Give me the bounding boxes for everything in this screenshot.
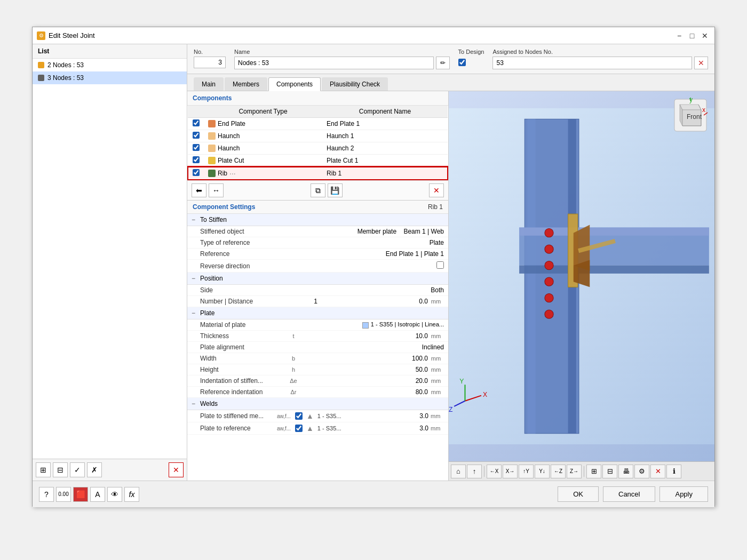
plate-align-row: Plate alignment Inclined: [187, 342, 448, 353]
tab-members[interactable]: Members: [225, 77, 267, 91]
width-unit2: mm: [428, 355, 444, 362]
thickness-row: Thickness t 10.0 mm: [187, 331, 448, 342]
view-button[interactable]: 👁: [107, 487, 122, 502]
comp-checkbox[interactable]: [193, 156, 200, 163]
text-button[interactable]: A: [90, 487, 105, 502]
vp-rotate-xr-button[interactable]: X→: [503, 465, 518, 478]
comp-type-label: Haunch: [218, 132, 240, 140]
settings-panel: Components Component Type Component Name: [187, 91, 449, 481]
comp-copy-button[interactable]: ⧉: [311, 183, 325, 197]
apply-button[interactable]: Apply: [659, 486, 708, 502]
welds-header[interactable]: − Welds: [187, 398, 448, 410]
comp-delete-button[interactable]: ✕: [429, 183, 444, 197]
vp-rotate-x-button[interactable]: ←X: [487, 465, 502, 478]
help-button[interactable]: ?: [39, 487, 54, 502]
assigned-input[interactable]: [492, 57, 692, 69]
weld-check-2[interactable]: [295, 425, 303, 432]
to-stiffen-header[interactable]: − To Stiffen: [187, 214, 448, 226]
list-item[interactable]: 2 Nodes : 53: [33, 59, 187, 71]
vp-rotate-zr-button[interactable]: Z→: [567, 465, 582, 478]
vp-rotate-y-button[interactable]: ↑Y: [519, 465, 534, 478]
comp-checkbox[interactable]: [193, 119, 200, 126]
tab-main[interactable]: Main: [194, 77, 224, 91]
comp-type-label: End Plate: [218, 120, 245, 127]
no-input[interactable]: [194, 57, 226, 68]
assigned-clear-button[interactable]: ✕: [694, 57, 708, 69]
comp-checkbox[interactable]: [193, 144, 200, 151]
height-unit2: mm: [428, 366, 444, 373]
plate-header[interactable]: − Plate: [187, 307, 448, 319]
vp-print-button[interactable]: 🖶: [618, 465, 633, 478]
viewport-toolbar: ⌂ ↑ ←X X→ ↑Y Y↓ ←Z Z→ ⊞ ⊟ 🖶: [449, 461, 714, 481]
vp-settings-button[interactable]: ⚙: [634, 465, 649, 478]
side-label: Side: [200, 286, 285, 294]
ref-indent-unit2: mm: [428, 389, 444, 395]
tab-plausibility[interactable]: Plausibility Check: [322, 77, 388, 91]
component-row[interactable]: End Plate End Plate 1: [188, 118, 448, 130]
cube-navigator[interactable]: Front x y: [672, 97, 709, 134]
component-row[interactable]: Plate Cut Plate Cut 1: [188, 155, 448, 167]
decimal-button[interactable]: 0.00: [56, 487, 71, 502]
comp-checkbox[interactable]: [193, 132, 200, 139]
title-buttons: − □ ✕: [674, 30, 710, 41]
ref-indent-row: Reference indentation Δr 80.0 mm: [187, 387, 448, 398]
vp-cross-button[interactable]: ✕: [650, 465, 665, 478]
vp-rotate-z-button[interactable]: ←Z: [551, 465, 566, 478]
component-row-selected[interactable]: Rib ··· Rib 1: [188, 167, 448, 180]
material-value: 1 - S355 | Isotropic | Linea...: [301, 321, 444, 328]
close-button[interactable]: ✕: [700, 30, 710, 41]
cancel-button[interactable]: Cancel: [603, 486, 655, 502]
weld-sub-2: aw,f...: [277, 426, 293, 431]
color-button[interactable]: 🟥: [73, 487, 88, 502]
weld-unit-2: mm: [431, 425, 444, 431]
vp-copy-button[interactable]: ⊞: [586, 465, 601, 478]
add-button[interactable]: ⊞: [36, 462, 51, 477]
vp-layers-button[interactable]: ⊟: [602, 465, 617, 478]
weld-check-1[interactable]: [295, 412, 303, 420]
tab-components[interactable]: Components: [268, 77, 321, 91]
uncheck-button[interactable]: ✗: [87, 462, 102, 477]
comp-move-up-button[interactable]: ⬅: [192, 183, 206, 197]
svg-marker-26: [680, 105, 701, 110]
weld-label-2: Plate to reference: [200, 425, 275, 432]
weld-row-2: Plate to reference aw,f... ▲ 1 - S35... …: [187, 422, 448, 435]
maximize-button[interactable]: □: [687, 30, 697, 41]
weld-triangle-icon-1: ▲: [306, 412, 314, 420]
component-row[interactable]: Haunch Haunch 2: [188, 142, 448, 155]
component-row[interactable]: Haunch Haunch 1: [188, 130, 448, 142]
copy-button[interactable]: ⊟: [53, 462, 68, 477]
minimize-button[interactable]: −: [674, 30, 685, 41]
list-items: 2 Nodes : 53 3 Nodes : 53: [33, 59, 187, 459]
title-bar-left: ⚙ Edit Steel Joint: [37, 31, 95, 40]
formula-button[interactable]: fx: [124, 487, 139, 502]
position-header[interactable]: − Position: [187, 273, 448, 285]
weld-label-1: Plate to stiffened me...: [200, 412, 275, 420]
list-item-label: 2 Nodes : 53: [47, 61, 84, 69]
components-scroll[interactable]: Component Type Component Name: [187, 106, 448, 180]
cs-title: Component Settings: [193, 203, 255, 211]
height-unit: h: [285, 366, 301, 373]
to-design-checkbox[interactable]: [458, 59, 466, 66]
vp-home-button[interactable]: ⌂: [451, 465, 466, 478]
comp-name-cell: End Plate 1: [322, 118, 448, 130]
indentation-row: Indentation of stiffen... Δe 20.0 mm: [187, 375, 448, 387]
comp-name-cell: Rib 1: [322, 167, 448, 180]
vp-divider: [584, 466, 584, 477]
comp-checkbox[interactable]: [193, 169, 200, 176]
reverse-dir-checkbox[interactable]: [436, 261, 444, 269]
vp-up-button[interactable]: ↑: [467, 465, 482, 478]
ok-button[interactable]: OK: [558, 486, 599, 502]
vp-info-button[interactable]: ℹ: [666, 465, 681, 478]
name-edit-button[interactable]: ✏: [436, 57, 450, 69]
delete-button[interactable]: ✕: [169, 462, 184, 477]
name-input[interactable]: [234, 57, 434, 69]
thickness-unit: t: [285, 333, 301, 339]
assigned-input-group: ✕: [492, 57, 708, 69]
comp-save-button[interactable]: 💾: [328, 183, 343, 197]
check-button[interactable]: ✓: [70, 462, 85, 477]
comp-color-dot: [208, 170, 216, 177]
viewport-3d[interactable]: X Y Z: [449, 91, 714, 481]
list-item[interactable]: 3 Nodes : 53: [33, 71, 187, 84]
vp-rotate-yr-button[interactable]: Y↓: [535, 465, 550, 478]
comp-move-down-button[interactable]: ↔: [209, 183, 224, 197]
